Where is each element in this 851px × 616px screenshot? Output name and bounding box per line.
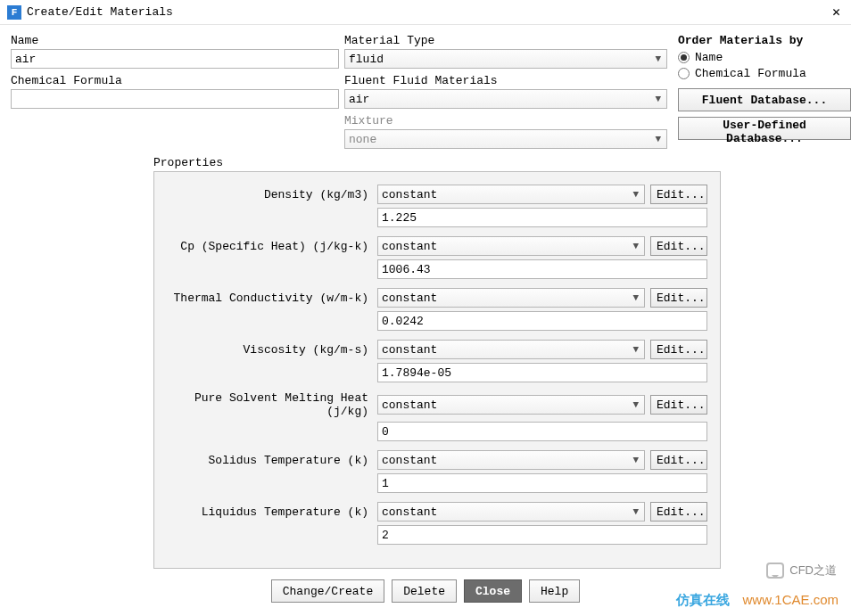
prop-method-value: constant (382, 188, 437, 201)
app-icon: F (7, 5, 21, 20)
user-defined-database-button[interactable]: User-Defined Database... (678, 117, 851, 140)
prop-label: Viscosity (kg/m-s) (163, 343, 372, 357)
material-type-value: fluid (349, 53, 384, 66)
dialog-buttons: Change/Create Delete Close Help (11, 579, 840, 603)
prop-method-value: constant (382, 398, 437, 412)
fluent-database-button[interactable]: Fluent Database... (678, 88, 851, 111)
chevron-down-icon: ▼ (632, 506, 639, 517)
prop-method-select[interactable]: constant▼ (377, 236, 645, 256)
mixture-select: none ▼ (344, 129, 667, 149)
order-by-formula-radio[interactable]: Chemical Formula (678, 67, 851, 80)
edit-button[interactable]: Edit... (650, 288, 707, 308)
name-input[interactable] (11, 49, 339, 69)
prop-method-select[interactable]: constant▼ (377, 340, 645, 359)
fluid-materials-label: Fluent Fluid Materials (344, 74, 667, 87)
edit-button[interactable]: Edit... (650, 395, 707, 415)
edit-button[interactable]: Edit... (650, 185, 707, 204)
edit-button[interactable]: Edit... (650, 236, 707, 256)
type-section: Material Type fluid ▼ Fluent Fluid Mater… (344, 34, 667, 149)
fluid-materials-select[interactable]: air ▼ (344, 89, 667, 109)
properties-group: Density (kg/m3)constant▼Edit...Cp (Speci… (153, 171, 721, 569)
change-create-button[interactable]: Change/Create (271, 579, 384, 603)
edit-button[interactable]: Edit... (650, 340, 707, 359)
chevron-down-icon: ▼ (632, 292, 639, 303)
chevron-down-icon: ▼ (632, 344, 639, 355)
prop-label: Density (kg/m3) (163, 188, 372, 201)
prop-method-select[interactable]: constant▼ (377, 502, 645, 522)
prop-method-value: constant (382, 240, 437, 253)
prop-label: Pure Solvent Melting Heat (j/kg) (163, 391, 372, 418)
radio-icon (678, 68, 690, 79)
prop-label: Solidus Temperature (k) (163, 454, 372, 467)
name-section: Name Chemical Formula (11, 34, 339, 149)
chevron-down-icon: ▼ (655, 134, 661, 144)
chevron-down-icon: ▼ (655, 94, 661, 104)
prop-value-input[interactable] (377, 208, 707, 227)
order-by-name-radio[interactable]: Name (678, 51, 851, 64)
help-button[interactable]: Help (529, 579, 580, 603)
prop-value-input[interactable] (377, 473, 707, 493)
chevron-down-icon: ▼ (632, 399, 639, 410)
radio-icon (678, 52, 690, 63)
prop-method-select[interactable]: constant▼ (377, 185, 645, 204)
prop-method-value: constant (382, 505, 437, 519)
prop-method-value: constant (382, 454, 437, 467)
prop-label: Cp (Specific Heat) (j/kg-k) (163, 240, 372, 253)
prop-value-input[interactable] (377, 525, 707, 545)
order-section: Order Materials by Name Chemical Formula… (673, 34, 851, 149)
prop-value-input[interactable] (377, 311, 707, 331)
chevron-down-icon: ▼ (632, 241, 639, 251)
mixture-value: none (349, 133, 376, 146)
prop-method-select[interactable]: constant▼ (377, 395, 645, 415)
close-icon[interactable]: ✕ (829, 4, 844, 21)
order-opt-formula: Chemical Formula (695, 67, 806, 80)
prop-method-select[interactable]: constant▼ (377, 450, 645, 470)
material-type-label: Material Type (344, 34, 667, 47)
prop-label: Liquidus Temperature (k) (163, 505, 372, 519)
edit-button[interactable]: Edit... (650, 450, 707, 470)
edit-button[interactable]: Edit... (650, 502, 707, 522)
prop-method-select[interactable]: constant▼ (377, 288, 645, 308)
chevron-down-icon: ▼ (655, 53, 661, 64)
material-type-select[interactable]: fluid ▼ (344, 49, 667, 69)
prop-value-input[interactable] (377, 422, 707, 441)
properties-label: Properties (153, 156, 840, 169)
order-opt-name: Name (695, 51, 723, 64)
fluid-materials-value: air (349, 93, 369, 106)
titlebar: F Create/Edit Materials ✕ (0, 0, 851, 25)
prop-method-value: constant (382, 292, 437, 305)
prop-method-value: constant (382, 343, 437, 357)
order-title: Order Materials by (678, 34, 851, 47)
prop-value-input[interactable] (377, 363, 707, 382)
prop-value-input[interactable] (377, 259, 707, 279)
chevron-down-icon: ▼ (632, 189, 639, 200)
delete-button[interactable]: Delete (392, 579, 457, 603)
formula-label: Chemical Formula (11, 74, 339, 87)
close-button[interactable]: Close (464, 579, 522, 603)
mixture-label: Mixture (344, 114, 667, 127)
window-title: Create/Edit Materials (27, 5, 829, 19)
prop-label: Thermal Conductivity (w/m-k) (163, 292, 372, 305)
name-label: Name (11, 34, 339, 47)
formula-input[interactable] (11, 89, 339, 109)
chevron-down-icon: ▼ (632, 455, 639, 465)
